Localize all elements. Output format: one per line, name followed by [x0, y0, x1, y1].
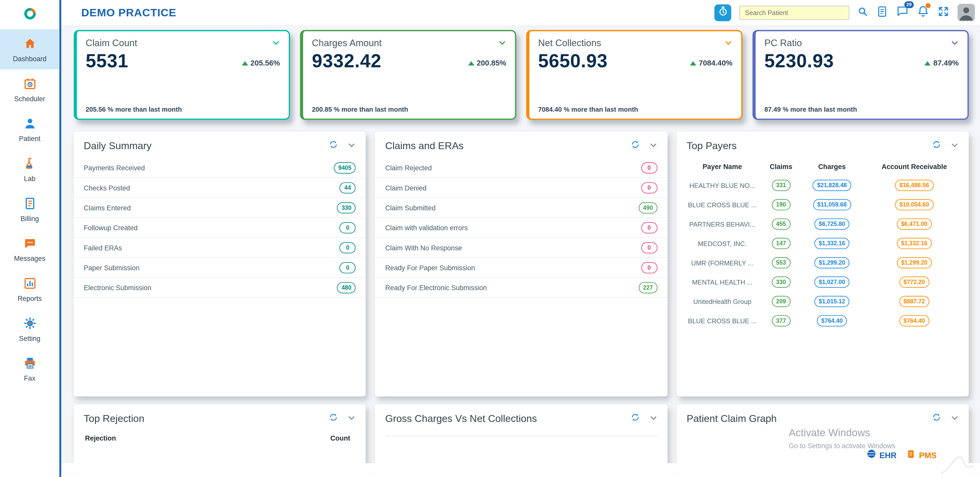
- chevron-down-icon[interactable]: [951, 39, 959, 47]
- home-icon: [23, 36, 37, 53]
- ehr-link[interactable]: EHR: [866, 449, 897, 461]
- search-input[interactable]: [739, 5, 849, 20]
- charges-badge[interactable]: $764.40: [817, 315, 847, 326]
- count-badge[interactable]: 330: [337, 202, 356, 213]
- chevron-down-icon[interactable]: [348, 140, 356, 151]
- sidebar-item-fax[interactable]: Fax: [0, 349, 59, 389]
- sidebar-item-scheduler[interactable]: Scheduler: [0, 69, 59, 109]
- claims-badge[interactable]: 553: [772, 257, 790, 268]
- claims-badge[interactable]: 330: [772, 276, 790, 287]
- count-badge[interactable]: 227: [639, 282, 657, 293]
- account-receivable-badge[interactable]: $764.40: [899, 315, 929, 326]
- decorative-scribble: [939, 451, 976, 476]
- refresh-icon[interactable]: [329, 412, 339, 425]
- sidebar-item-setting[interactable]: Setting: [0, 309, 59, 349]
- chevron-down-icon[interactable]: [724, 39, 733, 47]
- account-receivable-badge[interactable]: $16,486.56: [895, 179, 934, 191]
- kpi-card-value: 5531: [86, 51, 128, 71]
- col-header-account-receivable: Account Receivable: [865, 163, 964, 170]
- chevron-down-icon[interactable]: [348, 413, 356, 424]
- count-badge[interactable]: 490: [639, 202, 657, 213]
- charges-badge[interactable]: $1,027.00: [815, 276, 850, 287]
- charges-badge[interactable]: $1,299.20: [815, 257, 850, 268]
- chevron-down-icon[interactable]: [498, 39, 506, 47]
- top-payers-row: BLUE CROSS BLUE ... 190 $11,059.68 $10,0…: [677, 195, 969, 214]
- sidebar-item-patient[interactable]: Patient: [0, 109, 59, 149]
- charges-badge[interactable]: $11,059.68: [813, 199, 851, 210]
- count-badge[interactable]: 480: [337, 282, 356, 293]
- timer-button[interactable]: [714, 4, 731, 21]
- chevron-down-icon[interactable]: [951, 413, 959, 424]
- person-icon: [23, 117, 37, 133]
- search-icon: [858, 6, 868, 19]
- chevron-down-icon[interactable]: [649, 140, 657, 151]
- refresh-icon[interactable]: [630, 412, 640, 425]
- claims-badge[interactable]: 190: [772, 199, 790, 210]
- fullscreen-button[interactable]: [937, 5, 949, 20]
- panel-title: Gross Charges Vs Net Collections: [385, 413, 537, 424]
- search-button[interactable]: [858, 6, 868, 19]
- count-badge[interactable]: 0: [641, 162, 657, 173]
- count-badge[interactable]: 0: [641, 262, 657, 273]
- count-badge[interactable]: 0: [339, 262, 356, 273]
- app-logo[interactable]: [0, 0, 59, 29]
- count-badge[interactable]: 0: [641, 222, 657, 233]
- chevron-down-icon[interactable]: [272, 39, 280, 47]
- count-badge[interactable]: 0: [641, 182, 657, 193]
- kpi-card-subtitle: 7084.40 % more than last month: [538, 106, 638, 113]
- count-badge[interactable]: 44: [339, 182, 356, 193]
- claims-badge[interactable]: 147: [772, 238, 790, 249]
- messages-count-badge: 29: [904, 1, 914, 8]
- charges-badge[interactable]: $1,015.12: [815, 295, 850, 307]
- sidebar-item-label: Setting: [19, 334, 40, 342]
- claims-badge[interactable]: 377: [772, 315, 790, 326]
- sidebar-item-billing[interactable]: Billing: [0, 189, 59, 229]
- claims-badge[interactable]: 331: [772, 179, 790, 191]
- account-receivable-badge[interactable]: $887.72: [899, 295, 929, 307]
- row-label: Claim With No Response: [385, 244, 462, 251]
- count-badge[interactable]: 0: [641, 242, 657, 253]
- chevron-down-icon[interactable]: [951, 140, 959, 151]
- claims-badge[interactable]: 209: [772, 295, 790, 307]
- daily-summary-row: Paper Submission 0: [74, 258, 366, 277]
- messages-button[interactable]: 29: [896, 5, 909, 20]
- sidebar-item-label: Messages: [14, 254, 45, 262]
- account-receivable-badge[interactable]: $10,054.60: [895, 199, 934, 210]
- refresh-icon[interactable]: [630, 140, 640, 152]
- kpi-card-subtitle: 205.56 % more than last month: [86, 106, 182, 113]
- refresh-icon[interactable]: [932, 140, 941, 152]
- claims-eras-row: Ready For Paper Submission 0: [375, 258, 667, 277]
- count-badge[interactable]: 0: [339, 242, 356, 253]
- kpi-card-delta: 200.85%: [468, 59, 506, 67]
- daily-summary-row: Followup Created 0: [74, 218, 366, 238]
- sidebar-item-reports[interactable]: Reports: [0, 269, 59, 309]
- account-receivable-badge[interactable]: $1,332.16: [897, 238, 932, 249]
- kpi-card-value: 5230.93: [764, 51, 834, 71]
- refresh-icon[interactable]: [329, 140, 339, 152]
- count-badge[interactable]: 0: [339, 222, 356, 233]
- panel-title: Top Rejection: [84, 413, 144, 424]
- claims-badge[interactable]: 455: [772, 218, 790, 230]
- top-payers-row: PARTNERS BEHAVI... 455 $6,725.80 $6,471.…: [677, 214, 969, 233]
- sidebar-item-dashboard[interactable]: Dashboard: [0, 29, 59, 69]
- charges-badge[interactable]: $6,725.80: [815, 218, 850, 230]
- account-receivable-badge[interactable]: $772.20: [899, 276, 929, 287]
- notifications-button[interactable]: [917, 5, 929, 20]
- top-payers-table-body: HEALTHY BLUE NO... 331 $21,828.48 $16,48…: [677, 175, 969, 330]
- sidebar-item-lab[interactable]: Lab: [0, 149, 59, 189]
- charges-badge[interactable]: $1,332.16: [815, 238, 850, 249]
- account-receivable-badge[interactable]: $1,299.20: [897, 257, 932, 268]
- count-badge[interactable]: 9405: [334, 162, 356, 173]
- charges-badge[interactable]: $21,828.48: [813, 179, 851, 191]
- refresh-icon[interactable]: [932, 412, 941, 425]
- account-receivable-badge[interactable]: $6,471.00: [897, 218, 932, 230]
- pms-link[interactable]: PMS: [907, 449, 937, 461]
- top-bar: DEMO PRACTICE 2: [61, 0, 980, 25]
- daily-summary-list: Payments Received 9405 Checks Posted 44 …: [74, 158, 366, 298]
- documents-button[interactable]: [877, 5, 888, 20]
- chevron-down-icon[interactable]: [649, 413, 657, 424]
- user-avatar[interactable]: [958, 4, 975, 21]
- sidebar-item-messages[interactable]: Messages: [0, 229, 59, 269]
- kpi-card-subtitle: 87.49 % more than last month: [764, 106, 857, 113]
- chat-bubble-icon: [23, 236, 37, 253]
